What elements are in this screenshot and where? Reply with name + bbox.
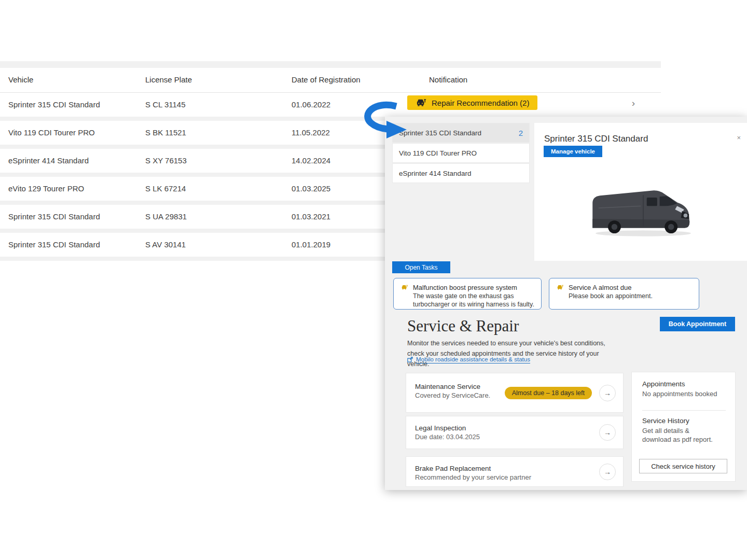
appointments-title: Appointments (642, 380, 726, 388)
fleet-management-screen: Vehicle License Plate Date of Registrati… (0, 0, 747, 560)
manage-vehicle-button[interactable]: Manage vehicle (544, 146, 602, 157)
cell-date: 01.01.2019 (292, 240, 330, 249)
open-tasks-tab[interactable]: Open Tasks (392, 261, 450, 273)
service-item-subtitle: Recommended by your service partner (415, 473, 531, 481)
cell-plate: S CL 31145 (145, 100, 186, 109)
service-item-subtitle: Due date: 03.04.2025 (415, 433, 480, 441)
cell-vehicle: Sprinter 315 CDI Standard (8, 240, 100, 249)
task-title: Service A almost due (569, 284, 631, 291)
car-service-icon (416, 98, 427, 107)
cell-vehicle: Sprinter 315 CDI Standard (8, 100, 100, 109)
external-link-icon (407, 357, 413, 363)
cell-plate: S BK 11521 (145, 128, 186, 137)
cell-date: 01.06.2022 (292, 100, 330, 109)
task-car-icon (557, 284, 564, 290)
col-header-vehicle: Vehicle (8, 75, 33, 84)
cell-date: 11.05.2022 (292, 128, 330, 137)
cell-date: 01.03.2021 (292, 212, 330, 221)
task-title: Malfunction boost pressure system (413, 284, 517, 291)
almost-due-badge: Almost due – 18 days left (505, 387, 592, 399)
vehicle-detail-title: Sprinter 315 CDI Standard (544, 134, 648, 144)
arrow-right-button[interactable]: → (599, 464, 616, 480)
open-tasks-count-badge: 2 (519, 129, 523, 137)
repair-recommendation-button[interactable]: Repair Recommendation (2) (407, 95, 537, 110)
cell-vehicle: Vito 119 CDI Tourer PRO (8, 128, 95, 137)
cell-date: 14.02.2024 (292, 156, 330, 165)
service-history-title: Service History (642, 417, 726, 425)
cell-plate: S AV 30141 (145, 240, 186, 249)
arrow-right-button[interactable]: → (599, 424, 616, 441)
cell-date: 01.03.2025 (292, 184, 330, 193)
vehicle-detail-popup: Sprinter 315 CDI Standard 2 Vito 119 CDI… (385, 117, 747, 490)
check-service-history-button[interactable]: Check service history (639, 459, 727, 473)
service-item-title: Legal Inspection (415, 424, 466, 432)
service-item-card[interactable]: Legal Inspection Due date: 03.04.2025 → (406, 416, 623, 449)
row-chevron-icon[interactable]: › (632, 97, 635, 109)
service-item-title: Maintenance Service (415, 383, 480, 390)
mobilo-assistance-link-label: Mobilo roadside assistance details & sta… (416, 356, 530, 363)
table-top-strip (0, 61, 661, 68)
service-repair-description: Monitor the services needed to ensure yo… (407, 338, 607, 369)
task-body: The waste gate on the exhaust gas turboc… (413, 292, 535, 309)
cell-plate: S XY 76153 (145, 156, 187, 165)
service-repair-heading: Service & Repair (407, 317, 519, 335)
cell-vehicle: eSprinter 414 Standard (8, 156, 89, 165)
service-item-subtitle: Covered by ServiceCare. (415, 391, 490, 399)
book-appointment-button[interactable]: Book Appointment (660, 317, 735, 331)
service-history-subtitle: Get all details & download as pdf report… (642, 426, 720, 444)
service-item-title: Brake Pad Replacement (415, 465, 491, 472)
cell-plate: S UA 29831 (145, 212, 187, 221)
appointments-history-card: Appointments No appointments booked Serv… (632, 372, 735, 481)
vehicle-list-item[interactable]: Vito 119 CDI Tourer PRO (393, 144, 529, 162)
col-header-date: Date of Registration (292, 75, 361, 84)
close-icon[interactable]: × (737, 134, 741, 141)
cell-vehicle: Sprinter 315 CDI Standard (8, 212, 100, 221)
table-header-row: Vehicle License Plate Date of Registrati… (0, 68, 661, 93)
task-card[interactable]: Service A almost due Please book an appo… (549, 278, 699, 310)
service-item-card[interactable]: Brake Pad Replacement Recommended by you… (406, 457, 623, 486)
service-item-card[interactable]: Maintenance Service Covered by ServiceCa… (406, 373, 623, 412)
vehicle-detail-card: Sprinter 315 CDI Standard × Manage vehic… (534, 123, 747, 261)
col-header-license-plate: License Plate (145, 75, 192, 84)
vehicle-list-label: Sprinter 315 CDI Standard (399, 129, 481, 137)
vehicle-list-item[interactable]: Sprinter 315 CDI Standard 2 (393, 123, 529, 142)
mobilo-assistance-link[interactable]: Mobilo roadside assistance details & sta… (407, 356, 530, 363)
van-image (584, 179, 703, 243)
col-header-notification: Notification (429, 75, 467, 84)
vehicle-list-label: Vito 119 CDI Tourer PRO (399, 149, 477, 157)
vehicle-list-label: eSprinter 414 Standard (399, 170, 472, 177)
repair-recommendation-label: Repair Recommendation (2) (432, 99, 529, 107)
cell-plate: S LK 67214 (145, 184, 186, 193)
arrow-right-button[interactable]: → (599, 385, 616, 401)
task-card[interactable]: Malfunction boost pressure system The wa… (393, 278, 542, 310)
popup-vehicle-list: Sprinter 315 CDI Standard 2 Vito 119 CDI… (393, 123, 529, 184)
vehicle-list-item[interactable]: eSprinter 414 Standard (393, 164, 529, 183)
task-car-icon (401, 284, 408, 290)
appointments-subtitle: No appointments booked (642, 389, 726, 399)
task-body: Please book an appointment. (569, 292, 693, 301)
cell-vehicle: eVito 129 Tourer PRO (8, 184, 84, 193)
